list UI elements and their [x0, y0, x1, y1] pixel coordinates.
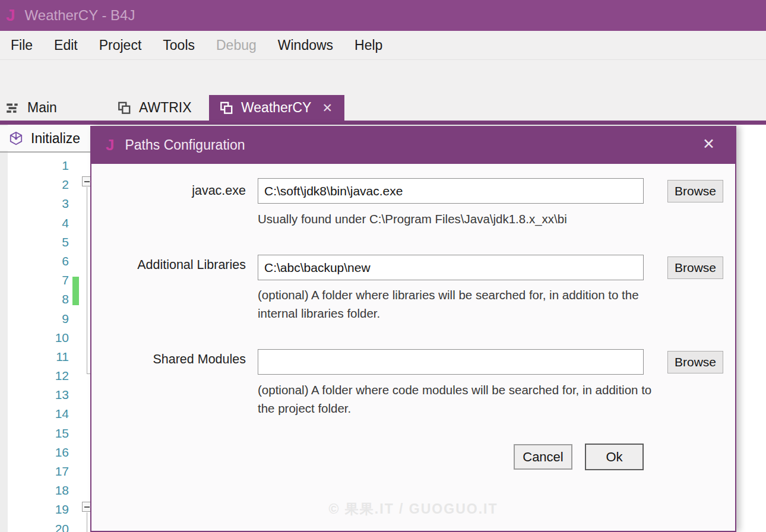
cancel-button[interactable]: Cancel [514, 444, 572, 470]
toolbar: ✂ ↶ ↷ ← ▾ → ▶ ■ [0, 59, 766, 95]
line-number: 20 [0, 520, 69, 532]
line-number: 19 [0, 500, 69, 519]
dialog-close-icon[interactable]: ✕ [702, 135, 715, 153]
active-tab-strip [0, 121, 766, 125]
shared-modules-label: Shared Modules [96, 352, 246, 367]
shared-modules-input[interactable] [258, 349, 644, 375]
tab-label: AWTRIX [139, 100, 192, 116]
additional-libraries-help-text: (optional) A folder where libraries will… [258, 286, 653, 322]
javac-label: javac.exe [96, 183, 246, 198]
fold-guide-line [87, 187, 87, 373]
line-number: 11 [0, 347, 69, 366]
line-number: 7 [0, 271, 69, 290]
watermark-text: © 果果.IT / GUOGUO.IT [91, 500, 735, 518]
code-module-icon [219, 100, 234, 116]
line-number: 2 [0, 175, 69, 194]
menu-item-edit[interactable]: Edit [43, 37, 88, 53]
line-number: 12 [0, 366, 69, 385]
sub-navigation-select[interactable]: Initialize [0, 126, 90, 151]
tab-label: WeatherCY [241, 100, 311, 116]
tab-main[interactable]: Main [5, 95, 57, 121]
fold-guide-line [87, 512, 87, 532]
dialog-title: Paths Configuration [125, 137, 245, 153]
menu-item-project[interactable]: Project [88, 37, 153, 53]
app-logo-icon: J [6, 6, 15, 25]
window-title: WeatherCY - B4J [25, 7, 135, 24]
menu-item-file[interactable]: File [0, 37, 43, 53]
additional-libraries-label: Additional Libraries [96, 258, 246, 273]
menu-item-windows[interactable]: Windows [267, 37, 344, 53]
line-number: 3 [0, 194, 69, 213]
line-number: 10 [0, 328, 69, 347]
line-number: 9 [0, 309, 69, 328]
main-module-icon [5, 100, 20, 116]
javac-path-input[interactable] [258, 178, 644, 204]
nav-separator [0, 151, 90, 153]
line-number: 14 [0, 404, 69, 423]
menu-item-debug[interactable]: Debug [205, 37, 267, 53]
tab-close-icon[interactable]: ✕ [322, 101, 333, 115]
menu-item-help[interactable]: Help [344, 37, 393, 53]
line-number: 1 [0, 156, 69, 175]
sub-cube-icon [8, 131, 24, 146]
tab-weathercy[interactable]: WeatherCY ✕ [209, 95, 344, 121]
javac-help-text: Usually found under C:\Program Files\Jav… [258, 210, 653, 228]
javac-browse-button[interactable]: Browse [667, 180, 723, 202]
code-module-icon [116, 100, 132, 116]
menu-item-tools[interactable]: Tools [152, 37, 205, 53]
line-number: 17 [0, 462, 69, 481]
ok-button[interactable]: Ok [585, 444, 644, 470]
line-number: 5 [0, 233, 69, 252]
tab-label: Main [27, 100, 57, 116]
line-number: 16 [0, 443, 69, 462]
shared-modules-help-text: (optional) A folder where code modules w… [258, 381, 653, 417]
tab-bar: Main AWTRIX WeatherCY ✕ [0, 95, 766, 121]
additional-libraries-browse-button[interactable]: Browse [667, 256, 723, 279]
dialog-header: J Paths Configuration [90, 126, 736, 164]
dialog-logo-icon: J [106, 136, 114, 154]
tab-awtrix[interactable]: AWTRIX [116, 95, 192, 121]
line-number: 18 [0, 481, 69, 500]
changed-lines-marker [72, 277, 79, 305]
additional-libraries-input[interactable] [258, 255, 644, 280]
line-number: 4 [0, 214, 69, 233]
line-number-gutter: 1234567891011121314151617181920 [0, 156, 69, 532]
menu-bar: FileEditProjectToolsDebugWindowsHelp [0, 31, 766, 59]
line-number: 13 [0, 385, 69, 404]
line-number: 8 [0, 290, 69, 309]
title-bar: J WeatherCY - B4J [0, 0, 766, 31]
line-number: 6 [0, 252, 69, 271]
line-number: 15 [0, 424, 69, 443]
paths-configuration-dialog: J Paths Configuration ✕ javac.exe Browse… [90, 126, 736, 532]
sub-navigation-value: Initialize [31, 131, 80, 147]
shared-modules-browse-button[interactable]: Browse [667, 351, 723, 373]
